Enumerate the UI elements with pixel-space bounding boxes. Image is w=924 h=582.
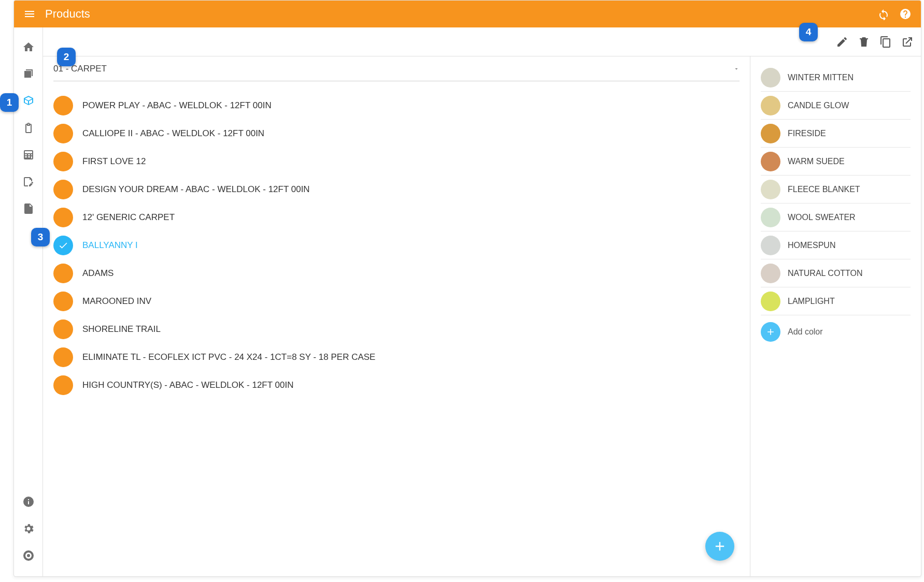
clipboard-icon[interactable] <box>22 122 35 134</box>
product-label: CALLIOPE II - ABAC - WELDLOK - 12FT 00IN <box>82 128 264 139</box>
product-label: FIRST LOVE 12 <box>82 156 146 167</box>
color-swatch <box>761 152 780 171</box>
product-item[interactable]: SHORELINE TRAIL <box>53 315 740 343</box>
callout-badge: 1 <box>0 93 19 112</box>
calculator-icon[interactable] <box>22 149 35 161</box>
product-label: BALLYANNY I <box>82 240 138 251</box>
color-item[interactable]: HOMESPUN <box>761 231 911 259</box>
product-item[interactable]: DESIGN YOUR DREAM - ABAC - WELDLOK - 12F… <box>53 176 740 203</box>
color-label: LAMPLIGHT <box>788 297 835 306</box>
plus-icon <box>761 322 780 342</box>
color-label: WARM SUEDE <box>788 157 845 166</box>
color-swatch <box>761 236 780 255</box>
page-title: Products <box>45 7 90 21</box>
topbar: Products <box>14 1 921 27</box>
product-dot-icon <box>53 124 73 143</box>
category-select[interactable]: 01 - CARPET <box>53 56 740 81</box>
color-swatch <box>761 96 780 115</box>
color-label: FLEECE BLANKET <box>788 185 860 194</box>
menu-icon[interactable] <box>23 8 36 20</box>
color-swatch <box>761 264 780 283</box>
color-label: WOOL SWEATER <box>788 213 856 222</box>
product-item[interactable]: ADAMS <box>53 259 740 287</box>
color-swatch <box>761 292 780 311</box>
open-external-icon[interactable] <box>901 36 914 48</box>
plus-icon <box>713 539 727 554</box>
color-label: WINTER MITTEN <box>788 73 854 82</box>
info-icon[interactable] <box>22 496 35 508</box>
help-icon[interactable] <box>899 8 912 20</box>
callout-badge: 2 <box>57 48 76 66</box>
product-dot-icon <box>53 347 73 367</box>
callout-badge: 3 <box>31 228 50 246</box>
product-item[interactable]: ELIMINATE TL - ECOFLEX ICT PVC - 24 X24 … <box>53 343 740 371</box>
product-dot-icon <box>53 264 73 283</box>
color-swatch <box>761 180 780 199</box>
refresh-icon[interactable] <box>877 8 890 20</box>
copy-icon[interactable] <box>879 36 892 48</box>
color-item[interactable]: FIRESIDE <box>761 120 911 148</box>
product-dot-icon <box>53 319 73 339</box>
product-label: 12' GENERIC CARPET <box>82 212 175 223</box>
color-item[interactable]: FLEECE BLANKET <box>761 176 911 203</box>
product-dot-icon <box>53 292 73 311</box>
toolbar <box>43 27 921 56</box>
add-color-button[interactable]: Add color <box>761 315 911 348</box>
product-dot-icon <box>53 208 73 227</box>
check-icon <box>53 236 73 255</box>
product-item[interactable]: POWER PLAY - ABAC - WELDLOK - 12FT 00IN <box>53 92 740 120</box>
callout-badge: 4 <box>799 23 818 41</box>
products-icon[interactable] <box>22 95 35 107</box>
color-item[interactable]: CANDLE GLOW <box>761 92 911 120</box>
product-item[interactable]: CALLIOPE II - ABAC - WELDLOK - 12FT 00IN <box>53 120 740 148</box>
product-dot-icon <box>53 152 73 171</box>
product-panel: 01 - CARPET POWER PLAY - ABAC - WELDLOK … <box>43 56 750 576</box>
color-swatch <box>761 208 780 227</box>
chevron-down-icon <box>733 66 740 72</box>
product-item[interactable]: FIRST LOVE 12 <box>53 148 740 176</box>
product-item[interactable]: HIGH COUNTRY(S) - ABAC - WELDLOK - 12FT … <box>53 371 740 399</box>
product-item[interactable]: 12' GENERIC CARPET <box>53 203 740 231</box>
product-label: ADAMS <box>82 268 113 279</box>
sidebar <box>14 27 43 576</box>
edit-icon[interactable] <box>836 36 848 48</box>
color-item[interactable]: WOOL SWEATER <box>761 203 911 231</box>
reports-icon[interactable] <box>22 202 35 215</box>
color-label: HOMESPUN <box>788 241 835 250</box>
layers-icon[interactable] <box>22 68 35 80</box>
product-list: POWER PLAY - ABAC - WELDLOK - 12FT 00INC… <box>53 92 740 399</box>
product-label: POWER PLAY - ABAC - WELDLOK - 12FT 00IN <box>82 100 272 111</box>
product-item[interactable]: MAROONED INV <box>53 287 740 315</box>
color-item[interactable]: WARM SUEDE <box>761 148 911 176</box>
lifebuoy-icon[interactable] <box>22 549 35 562</box>
product-label: ELIMINATE TL - ECOFLEX ICT PVC - 24 X24 … <box>82 352 375 362</box>
color-panel: WINTER MITTENCANDLE GLOWFIRESIDEWARM SUE… <box>750 56 921 576</box>
color-item[interactable]: WINTER MITTEN <box>761 64 911 92</box>
product-label: SHORELINE TRAIL <box>82 324 161 334</box>
delete-icon[interactable] <box>858 36 870 48</box>
color-label: CANDLE GLOW <box>788 101 849 110</box>
color-swatch <box>761 68 780 88</box>
edit-note-icon[interactable] <box>22 176 35 188</box>
add-color-label: Add color <box>788 327 823 337</box>
product-label: DESIGN YOUR DREAM - ABAC - WELDLOK - 12F… <box>82 184 310 195</box>
product-item[interactable]: BALLYANNY I <box>53 231 740 259</box>
product-dot-icon <box>53 375 73 395</box>
add-product-button[interactable] <box>705 532 734 561</box>
product-label: MAROONED INV <box>82 296 151 307</box>
color-label: NATURAL COTTON <box>788 269 863 278</box>
gear-icon[interactable] <box>22 522 35 535</box>
color-item[interactable]: NATURAL COTTON <box>761 259 911 287</box>
product-label: HIGH COUNTRY(S) - ABAC - WELDLOK - 12FT … <box>82 380 293 390</box>
product-dot-icon <box>53 96 73 115</box>
color-label: FIRESIDE <box>788 129 826 138</box>
color-swatch <box>761 124 780 143</box>
color-item[interactable]: LAMPLIGHT <box>761 287 911 315</box>
home-icon[interactable] <box>22 41 35 53</box>
product-dot-icon <box>53 180 73 199</box>
